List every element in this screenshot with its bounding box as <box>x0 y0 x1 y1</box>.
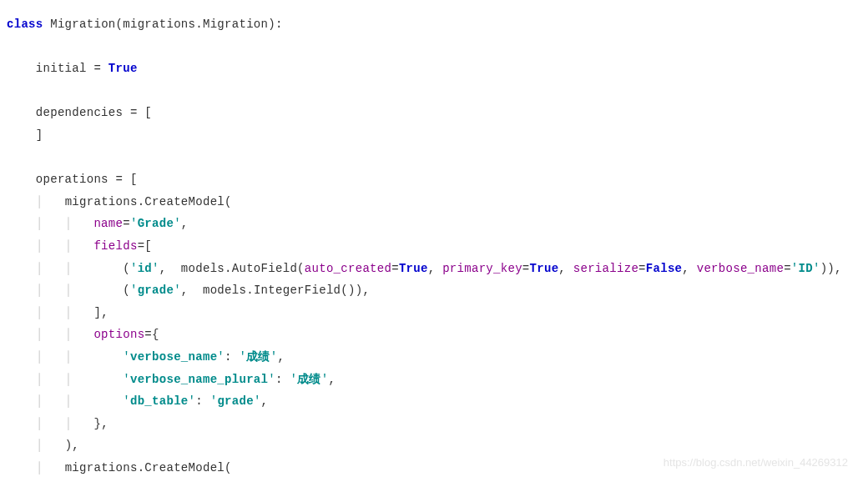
comma-sp: , <box>159 262 174 275</box>
bool-false: False <box>646 262 683 275</box>
deps-close: ] <box>7 128 43 142</box>
models-int: models.IntegerField()), <box>195 284 370 297</box>
option-val-score: 成绩 <box>297 373 321 386</box>
comma: , <box>277 350 285 364</box>
ops-open: operations = [ <box>7 173 138 186</box>
colon: : <box>275 373 290 386</box>
quote: ' <box>174 284 181 297</box>
comma: , <box>261 394 269 408</box>
quote: ' <box>130 284 138 297</box>
colon: : <box>225 350 239 364</box>
quote: ' <box>217 350 225 364</box>
quote: ' <box>239 350 246 364</box>
option-key-vnp: verbose_name_plural <box>130 373 268 386</box>
indent-guide: │ │ <box>7 350 93 364</box>
class-decl: Migration(migrations.Migration): <box>43 18 283 31</box>
initial-lhs: initial = <box>7 62 108 75</box>
quote: ' <box>268 373 275 386</box>
param-fields: fields <box>93 239 137 253</box>
comma-sp: , <box>558 262 573 275</box>
code-block: class Migration(migrations.Migration): i… <box>7 13 861 479</box>
string-grade-field: grade <box>138 284 174 297</box>
eq: = <box>144 328 152 341</box>
comma: , <box>181 217 189 230</box>
deps-open: dependencies = [ <box>7 106 152 119</box>
eq: = <box>638 262 646 275</box>
indent-guide: │ │ <box>7 239 93 253</box>
option-val-score: 成绩 <box>246 350 270 364</box>
indent-guide: │ │ <box>7 284 93 297</box>
indent-guide: │ │ <box>7 328 93 341</box>
keyword-class: class <box>7 18 43 31</box>
option-key-vn: verbose_name <box>130 350 217 364</box>
paren-open: ( <box>123 262 130 275</box>
quote: ' <box>290 373 297 386</box>
indent-guide: │ │ <box>7 417 93 430</box>
close-model: ), <box>65 439 79 452</box>
bool-true: True <box>530 262 559 275</box>
indent-guide: │ │ <box>7 306 93 319</box>
indent-guide: │ <box>7 195 65 208</box>
watermark: https://blog.csdn.net/weixin_44269312 <box>664 453 848 474</box>
quote: ' <box>791 262 799 275</box>
quote: ' <box>152 262 159 275</box>
param-auto-created: auto_created <box>305 262 391 275</box>
param-serialize: serialize <box>573 262 638 275</box>
param-verbose-name: verbose_name <box>697 262 784 275</box>
quote: ' <box>813 262 820 275</box>
indent-guide: │ │ <box>7 217 93 230</box>
quote: ' <box>123 373 130 386</box>
option-key-dbt: db_table <box>130 394 189 408</box>
eq: = <box>784 262 791 275</box>
bracket-open: [ <box>144 239 152 253</box>
string-grade: Grade <box>138 217 174 230</box>
comma: , <box>101 417 108 430</box>
quote: ' <box>254 394 261 408</box>
quote: ' <box>130 262 138 275</box>
param-name: name <box>93 217 123 230</box>
comma-sp: , <box>682 262 696 275</box>
create-model-2: migrations.CreateModel( <box>65 461 232 474</box>
eq: = <box>123 217 130 230</box>
string-id-upper: ID <box>799 262 813 275</box>
comma: , <box>101 306 108 319</box>
comma: , <box>328 373 336 386</box>
brace-close: } <box>93 417 101 430</box>
comma-sp: , <box>181 284 195 297</box>
param-primary-key: primary_key <box>442 262 522 275</box>
eq: = <box>391 262 399 275</box>
create-model-call: migrations.CreateModel( <box>65 195 232 208</box>
string-id: id <box>138 262 152 275</box>
colon: : <box>195 394 209 408</box>
close-pp: )), <box>820 262 842 275</box>
param-options: options <box>93 328 144 341</box>
quote: ' <box>130 217 138 230</box>
quote: ' <box>123 350 130 364</box>
indent-guide: │ │ <box>7 394 93 408</box>
bool-true: True <box>108 62 138 75</box>
models-auto: models.AutoField( <box>174 262 305 275</box>
quote: ' <box>189 394 196 408</box>
indent-guide: │ │ <box>7 262 93 275</box>
comma-sp: , <box>428 262 442 275</box>
option-val-grade: grade <box>217 394 254 408</box>
eq: = <box>522 262 530 275</box>
brace-open: { <box>152 328 159 341</box>
bool-true: True <box>399 262 428 275</box>
indent-guide: │ <box>7 439 65 452</box>
bracket-close: ] <box>93 306 101 319</box>
paren-open: ( <box>123 284 130 297</box>
indent-guide: │ │ <box>7 373 93 386</box>
quote: ' <box>174 217 181 230</box>
indent-guide: │ <box>7 461 65 474</box>
quote: ' <box>123 394 130 408</box>
